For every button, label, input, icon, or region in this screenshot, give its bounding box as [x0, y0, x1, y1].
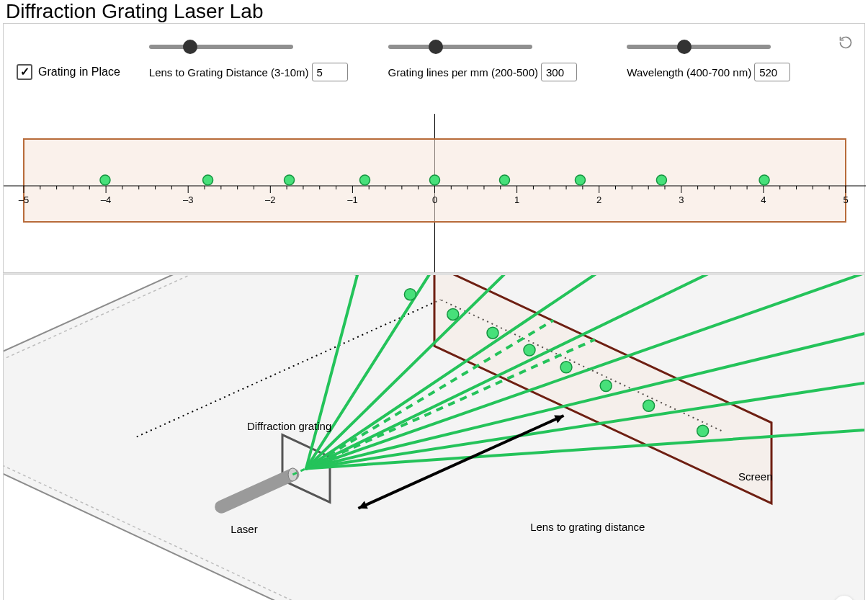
reset-icon[interactable]	[838, 35, 853, 50]
lines-per-mm-control: Grating lines per mm (200-500) 300	[388, 32, 613, 81]
lens-distance-control: Lens to Grating Distance (3-10m) 5	[149, 32, 374, 81]
ruler-tick-label: –4	[101, 194, 111, 205]
ruler-chart[interactable]: –5–4–3–2–1012345	[4, 114, 866, 272]
wavelength-control: Wavelength (400-700 nm) 520	[627, 32, 851, 81]
ruler-tick-label: –1	[347, 194, 357, 205]
diffraction-spot	[656, 175, 666, 185]
lens-to-grating-distance-label: Lens to grating distance	[530, 521, 645, 533]
svg-point-77	[560, 362, 572, 373]
lines-per-mm-label: Grating lines per mm (200-500)	[388, 66, 538, 79]
svg-point-80	[697, 425, 709, 436]
laser-label: Laser	[231, 523, 258, 535]
lens-distance-input[interactable]: 5	[312, 63, 348, 81]
wavelength-slider[interactable]	[627, 38, 771, 55]
grating-in-place-checkbox[interactable]	[17, 64, 32, 80]
ruler-tick-label: –2	[265, 194, 275, 205]
lens-distance-label: Lens to Grating Distance (3-10m)	[149, 66, 309, 79]
sim-3d-panel[interactable]: Diffraction gratingLaserScreenLens to gr…	[3, 273, 865, 600]
svg-point-79	[643, 400, 655, 411]
diffraction-grating-label: Diffraction grating	[247, 420, 331, 432]
wavelength-label: Wavelength (400-700 nm)	[627, 66, 751, 79]
diffraction-spot	[430, 175, 440, 185]
svg-point-78	[600, 380, 612, 392]
diffraction-spot	[100, 175, 110, 185]
wavelength-input[interactable]: 520	[754, 63, 790, 81]
ruler-tick-label: 5	[843, 194, 848, 205]
svg-point-75	[487, 327, 498, 339]
diffraction-spot	[499, 175, 509, 185]
lines-per-mm-slider[interactable]	[388, 38, 532, 55]
controls-row: Grating in Place Lens to Grating Distanc…	[4, 24, 864, 114]
svg-point-74	[447, 308, 459, 320]
screen-label: Screen	[738, 470, 773, 483]
ruler-tick-label: 4	[761, 194, 766, 205]
svg-point-73	[404, 289, 416, 300]
svg-point-76	[524, 344, 535, 356]
diffraction-spot	[203, 175, 213, 185]
ruler-tick-label: 3	[679, 194, 684, 205]
ruler-tick-label: 1	[514, 194, 519, 205]
ruler-tick-label: 2	[596, 194, 601, 205]
lines-per-mm-input[interactable]: 300	[541, 63, 577, 81]
lens-distance-slider[interactable]	[149, 38, 293, 55]
page-title: Diffraction Grating Laser Lab	[0, 0, 868, 23]
ruler-tick-label: 0	[432, 194, 437, 205]
ruler-tick-label: –5	[19, 194, 29, 205]
diffraction-spot	[575, 175, 585, 185]
diffraction-spot	[759, 175, 769, 185]
diffraction-spot	[285, 175, 295, 185]
grating-in-place-control: Grating in Place	[17, 64, 120, 80]
grating-in-place-label: Grating in Place	[38, 66, 120, 79]
diffraction-spot	[360, 175, 370, 185]
top-panel: Grating in Place Lens to Grating Distanc…	[3, 23, 865, 273]
ruler-tick-label: –3	[183, 194, 193, 205]
